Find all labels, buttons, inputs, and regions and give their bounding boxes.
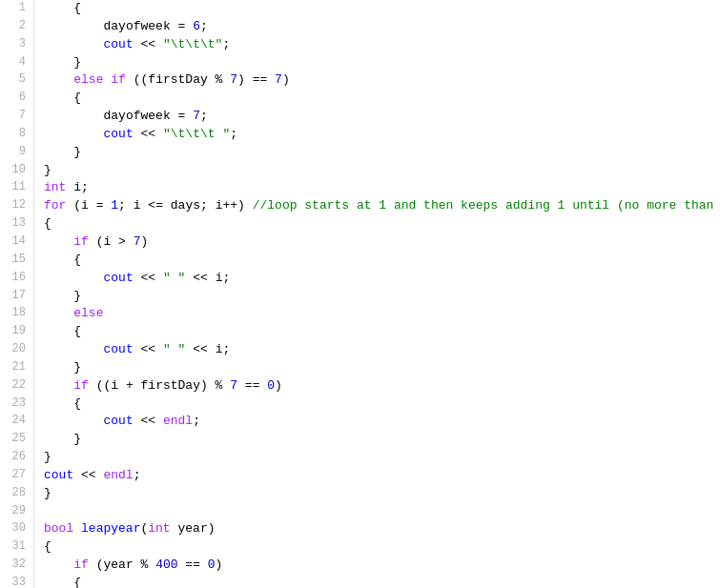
line-number: 27 [4,467,26,485]
line-number: 3 [4,36,26,54]
line-number: 9 [4,144,26,162]
line-number: 16 [4,270,26,288]
line-number: 24 [4,413,26,431]
line-number: 29 [4,503,26,521]
line-number: 28 [4,485,26,503]
line-number: 26 [4,449,26,467]
line-number: 10 [4,162,26,180]
line-number: 17 [4,288,26,306]
line-number: 22 [4,377,26,395]
line-number: 18 [4,305,26,323]
line-number: 2 [4,18,26,36]
line-number: 21 [4,359,26,377]
line-number: 6 [4,90,26,108]
line-number: 12 [4,197,26,215]
line-number: 4 [4,54,26,72]
line-number: 14 [4,233,26,252]
line-number: 32 [4,557,26,575]
line-number: 19 [4,323,26,341]
line-number: 30 [4,520,26,538]
line-number: 15 [4,252,26,270]
line-number: 23 [4,395,26,414]
line-numbers: 1234567891011121314151617181920212223242… [0,0,34,588]
line-number: 7 [4,108,26,126]
line-number: 31 [4,538,26,557]
line-number: 20 [4,341,26,359]
line-number: 8 [4,126,26,144]
line-number: 5 [4,71,26,90]
code-area[interactable]: { dayofweek = 6; cout << "\t\t\t"; } els… [34,0,720,588]
line-number: 13 [4,215,26,233]
line-number: 11 [4,179,26,197]
line-number: 1 [4,0,26,18]
line-number: 25 [4,431,26,449]
line-number: 33 [4,575,26,588]
code-editor: 1234567891011121314151617181920212223242… [0,0,720,588]
